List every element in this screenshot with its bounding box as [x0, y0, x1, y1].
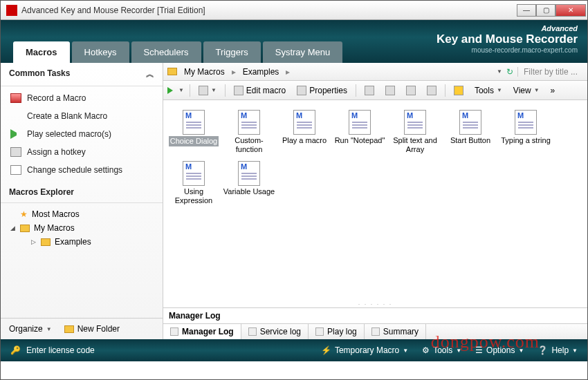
key-icon: 🔑	[10, 345, 21, 355]
properties-icon	[297, 86, 306, 95]
titlebar: Advanced Key and Mouse Recorder [Trial E…	[1, 1, 587, 20]
lightning-icon: ⚡	[321, 345, 331, 355]
tab-systray[interactable]: Systray Menu	[263, 41, 342, 63]
play-dropdown[interactable]: ▼	[178, 87, 184, 93]
edit-icon	[234, 86, 244, 95]
tools-menu[interactable]: Tools ▼	[472, 84, 505, 97]
file-item[interactable]: Using Expression	[166, 158, 221, 208]
brand-url: mouse-recorder.macro-expert.com	[437, 46, 578, 54]
common-tasks-list: Record a Macro Create a Blank Macro Play…	[1, 86, 163, 182]
log-tab-summary[interactable]: Summary	[365, 324, 426, 339]
breadcrumb-dropdown[interactable]: ▼	[497, 68, 502, 75]
edit-macro-button[interactable]: Edit macro	[231, 84, 288, 97]
file-item[interactable]: Start Button	[443, 107, 498, 157]
tree-examples[interactable]: ▷Examples	[1, 235, 163, 249]
temporary-macro-menu[interactable]: ⚡Temporary Macro▼	[321, 345, 408, 355]
file-item[interactable]: Variable Usage	[221, 158, 277, 208]
file-grid: Choice Dialog Custom-function Play a mac…	[163, 100, 587, 298]
status-tools-menu[interactable]: ⚙Tools▼	[422, 345, 461, 355]
log-tab-service[interactable]: Service log	[241, 324, 309, 339]
folder-icon	[20, 225, 30, 232]
task-play[interactable]: Play selected macro(s)	[1, 125, 163, 143]
macros-explorer-header[interactable]: Macros Explorer	[1, 182, 163, 203]
log-tabs: Manager Log Service log Play log Summary	[163, 323, 587, 339]
tb-icon-1[interactable]	[362, 84, 377, 97]
tree-my-macros[interactable]: ◢My Macros	[1, 221, 163, 235]
minimize-button[interactable]: —	[517, 4, 536, 17]
sidebar: Common Tasks ︽ Record a Macro Create a B…	[1, 63, 163, 339]
enter-license-button[interactable]: 🔑 Enter license code	[10, 345, 95, 355]
log-panel: Manager Log Manager Log Service log Play…	[163, 307, 587, 339]
star-icon: ★	[20, 209, 28, 219]
window-title: Advanced Key and Mouse Recorder [Trial E…	[21, 6, 517, 15]
chevron-right-icon: ▸	[286, 67, 290, 77]
task-record[interactable]: Record a Macro	[1, 89, 163, 107]
lightning-icon	[454, 86, 463, 95]
new-macro-button[interactable]: ▼	[196, 84, 219, 97]
macro-file-icon	[183, 161, 205, 186]
app-icon	[6, 5, 17, 16]
macro-file-icon	[183, 110, 205, 135]
close-button[interactable]: ✕	[555, 4, 586, 17]
macro-file-icon	[238, 110, 260, 135]
record-icon	[10, 93, 21, 103]
breadcrumb-child[interactable]: Examples	[239, 66, 284, 78]
tb-icon-4[interactable]	[424, 84, 439, 97]
log-tab-play[interactable]: Play log	[309, 324, 365, 339]
file-item[interactable]: Typing a string	[498, 107, 553, 157]
file-item[interactable]: Run "Notepad"	[332, 107, 387, 157]
window-buttons: — ▢ ✕	[517, 4, 586, 17]
maximize-button[interactable]: ▢	[536, 4, 555, 17]
new-folder-button[interactable]: New Folder	[64, 324, 120, 334]
play-icon	[10, 129, 21, 139]
macro-file-icon	[515, 110, 537, 135]
breadcrumb-root[interactable]: My Macros	[180, 66, 229, 78]
sidebar-footer: Organize ▼ New Folder	[1, 318, 163, 339]
main-tabs: Macros Hotkeys Schedulers Triggers Systr…	[13, 41, 342, 63]
file-item[interactable]: Choice Dialog	[166, 107, 221, 157]
folder-icon	[41, 238, 50, 246]
play-button[interactable]	[167, 87, 173, 94]
macros-tree: ★Most Macros ◢My Macros ▷Examples	[1, 203, 163, 318]
tab-macros[interactable]: Macros	[13, 41, 70, 63]
task-schedule[interactable]: Change schedule settings	[1, 161, 163, 179]
log-tab-manager[interactable]: Manager Log	[163, 324, 241, 339]
task-blank[interactable]: Create a Blank Macro	[1, 107, 163, 125]
tab-schedulers[interactable]: Schedulers	[131, 41, 201, 63]
file-item[interactable]: Custom-function	[221, 107, 277, 157]
filter-input[interactable]: Filter by title ...	[517, 67, 583, 77]
log-icon	[371, 327, 380, 336]
file-item[interactable]: Split text and Array	[387, 107, 443, 157]
brand-line1: Advanced	[437, 24, 578, 32]
status-help-menu[interactable]: ❔Help▼	[538, 345, 578, 355]
common-tasks-header[interactable]: Common Tasks ︽	[1, 63, 163, 86]
organize-button[interactable]: Organize ▼	[9, 324, 52, 334]
macro-file-icon	[459, 110, 481, 135]
file-item[interactable]: Play a macro	[277, 107, 332, 157]
view-menu[interactable]: View ▼	[511, 84, 542, 97]
status-options-menu[interactable]: ☰Options▼	[475, 345, 524, 355]
tab-triggers[interactable]: Triggers	[203, 41, 261, 63]
resize-handle[interactable]: . . . . . .	[163, 298, 587, 307]
properties-button[interactable]: Properties	[294, 84, 350, 97]
status-bar: 🔑 Enter license code ⚡Temporary Macro▼ ⚙…	[1, 339, 587, 361]
tb-icon-5[interactable]	[451, 84, 466, 97]
calendar-icon	[10, 165, 21, 175]
toolbar-overflow[interactable]: »	[548, 84, 558, 97]
caret-right-icon: ▷	[31, 238, 37, 245]
ribbon-header: Macros Hotkeys Schedulers Triggers Systr…	[1, 20, 587, 63]
content-toolbar: ▼ ▼ Edit macro Properties Tools ▼ View ▼…	[163, 81, 587, 100]
caret-down-icon: ◢	[10, 225, 16, 231]
tb-icon-2[interactable]	[383, 84, 398, 97]
document-icon	[199, 86, 208, 95]
gear-icon: ⚙	[422, 345, 430, 355]
tb-icon-3[interactable]	[403, 84, 419, 97]
options-icon: ☰	[475, 345, 483, 355]
tab-hotkeys[interactable]: Hotkeys	[72, 41, 129, 63]
tree-most-macros[interactable]: ★Most Macros	[1, 207, 163, 221]
keyboard-icon	[10, 147, 21, 157]
task-hotkey[interactable]: Assign a hotkey	[1, 143, 163, 161]
log-header: Manager Log	[163, 308, 587, 323]
brand-line2: Key and Mouse Recorder	[437, 32, 578, 46]
refresh-icon[interactable]: ↻	[506, 67, 513, 77]
